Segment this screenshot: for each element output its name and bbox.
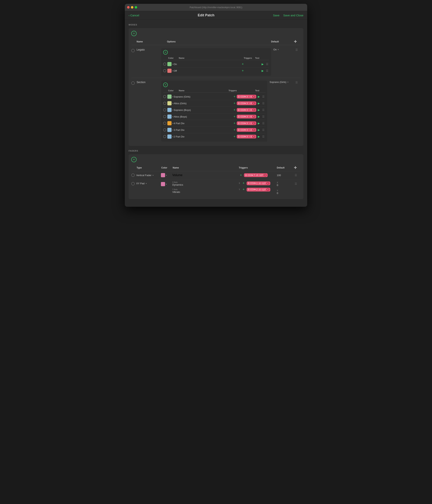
add-fader-button[interactable]: + xyxy=(131,157,137,162)
section-radio[interactable] xyxy=(131,81,135,85)
maximize-dot[interactable] xyxy=(135,6,137,9)
4p-radio[interactable] xyxy=(163,122,166,125)
sg-play[interactable]: ▶ xyxy=(256,95,261,98)
sg-color[interactable] xyxy=(167,95,172,99)
save-close-button[interactable]: Save and Close xyxy=(283,14,303,17)
vib-close[interactable]: ✕ xyxy=(267,188,269,191)
xypad-color-chevron[interactable]: ▾ xyxy=(165,183,167,185)
3p-close[interactable]: ✕ xyxy=(252,129,255,131)
xypad-type-chevron[interactable]: ▾ xyxy=(145,182,147,184)
3p-color[interactable] xyxy=(167,128,172,132)
dyn-num: 1 xyxy=(257,182,258,184)
add-mode-button[interactable]: + xyxy=(131,31,137,36)
modes-section-box: + Name Options Default ✛ Legato + xyxy=(129,28,303,146)
xypad-hamburger[interactable]: ☰ xyxy=(294,182,298,185)
2p-radio[interactable] xyxy=(163,135,166,138)
off-trigger-add[interactable]: + xyxy=(241,69,245,73)
sb-play[interactable]: ▶ xyxy=(256,108,261,111)
off-radio[interactable] xyxy=(163,69,166,72)
on-color-swatch[interactable] xyxy=(167,62,172,66)
ab-radio[interactable] xyxy=(163,115,166,118)
ag-color[interactable] xyxy=(167,101,172,105)
ag-trigger-add[interactable]: + xyxy=(232,101,237,105)
sb-radio[interactable] xyxy=(163,108,166,111)
ag-play[interactable]: ▶ xyxy=(256,102,261,105)
ab-color[interactable] xyxy=(167,115,172,119)
off-hamburger[interactable]: ☰ xyxy=(265,69,269,72)
volume-color-chevron[interactable]: ▾ xyxy=(165,174,167,176)
dyn-min: ↓0 xyxy=(258,182,261,184)
sb-color[interactable] xyxy=(167,108,172,112)
legato-radio[interactable] xyxy=(131,49,135,52)
vibrato-trigger-add[interactable]: + xyxy=(242,188,246,191)
4p-trigger-add[interactable]: + xyxy=(232,121,237,125)
mode-row-legato: Legato + Color Name Triggers Test xyxy=(131,46,301,77)
2p-hamburger[interactable]: ☰ xyxy=(261,135,265,138)
on-hamburger[interactable]: ☰ xyxy=(265,63,269,66)
on-trigger-add[interactable]: + xyxy=(241,62,245,66)
ab-close[interactable]: ✕ xyxy=(252,115,255,118)
volume-type-label: Vertical Fader xyxy=(136,174,151,177)
2p-color[interactable] xyxy=(167,135,172,139)
legato-default-chevron[interactable]: ▾ xyxy=(277,48,279,51)
3p-chevron[interactable]: ▾ xyxy=(172,129,174,131)
ag-close[interactable]: ✕ xyxy=(252,102,255,105)
sb-hamburger[interactable]: ☰ xyxy=(261,108,265,111)
3p-trigger-add[interactable]: + xyxy=(232,128,237,132)
sb-chevron[interactable]: ▾ xyxy=(172,109,174,111)
3p-radio[interactable] xyxy=(163,128,166,131)
4p-play[interactable]: ▶ xyxy=(256,122,261,125)
sg-chevron[interactable]: ▾ xyxy=(172,96,174,98)
section-default-chevron[interactable]: ▾ xyxy=(287,81,289,83)
volume-trigger-add[interactable]: + xyxy=(239,173,243,177)
save-button[interactable]: Save xyxy=(273,14,279,17)
fader-row-xypad: XY Pad ▾ ▾ X Axis Dynamics xyxy=(131,179,301,197)
ag-chevron[interactable]: ▾ xyxy=(172,102,174,104)
sg-radio[interactable] xyxy=(163,95,166,98)
2p-chevron[interactable]: ▾ xyxy=(172,135,174,138)
ag-pill-icon: ☰ xyxy=(238,102,240,105)
ab-hamburger[interactable]: ☰ xyxy=(261,115,265,118)
xypad-color-swatch[interactable] xyxy=(161,182,165,186)
xypad-radio[interactable] xyxy=(131,182,135,185)
sb-close[interactable]: ✕ xyxy=(252,108,255,111)
close-dot[interactable] xyxy=(127,6,130,9)
off-play-button[interactable]: ▶ xyxy=(260,69,265,72)
off-color-swatch[interactable] xyxy=(167,69,172,73)
2p-close[interactable]: ✕ xyxy=(252,135,255,138)
3p-hamburger[interactable]: ☰ xyxy=(261,128,265,131)
volume-radio[interactable] xyxy=(131,173,135,177)
sg-close[interactable]: ✕ xyxy=(252,95,255,98)
ab-trigger-add[interactable]: + xyxy=(232,115,237,119)
minimize-dot[interactable] xyxy=(131,6,133,9)
ag-hamburger[interactable]: ☰ xyxy=(261,102,265,105)
volume-color-swatch[interactable] xyxy=(161,173,165,177)
off-color-chevron[interactable]: ▾ xyxy=(172,70,174,72)
3p-play[interactable]: ▶ xyxy=(256,128,261,131)
dyn-close[interactable]: ✕ xyxy=(267,182,269,185)
sb-trigger-add[interactable]: + xyxy=(232,108,237,112)
on-play-button[interactable]: ▶ xyxy=(260,63,265,66)
add-legato-option-button[interactable]: + xyxy=(163,50,168,54)
sg-hamburger[interactable]: ☰ xyxy=(261,95,265,98)
legato-hamburger[interactable]: ☰ xyxy=(295,48,299,51)
cancel-button[interactable]: ‹ Cancel xyxy=(129,14,139,17)
on-color-chevron[interactable]: ▾ xyxy=(172,63,174,65)
2p-trigger-add[interactable]: + xyxy=(232,135,237,139)
on-radio[interactable] xyxy=(163,63,166,66)
ab-chevron[interactable]: ▾ xyxy=(172,116,174,118)
sg-trigger-add[interactable]: + xyxy=(232,95,237,99)
ab-play[interactable]: ▶ xyxy=(256,115,261,118)
4p-close[interactable]: ✕ xyxy=(252,122,255,125)
4p-chevron[interactable]: ▾ xyxy=(172,122,174,124)
volume-type-chevron[interactable]: ▾ xyxy=(152,174,154,176)
volume-hamburger[interactable]: ☰ xyxy=(294,174,298,177)
2p-play[interactable]: ▶ xyxy=(256,135,261,138)
4p-hamburger[interactable]: ☰ xyxy=(261,122,265,125)
dynamics-trigger-add[interactable]: + xyxy=(242,181,246,185)
vol-close[interactable]: ✕ xyxy=(264,174,267,177)
ag-radio[interactable] xyxy=(163,102,166,105)
4p-color[interactable] xyxy=(167,121,172,125)
add-section-option-button[interactable]: + xyxy=(163,82,168,87)
section-hamburger[interactable]: ☰ xyxy=(295,81,299,84)
